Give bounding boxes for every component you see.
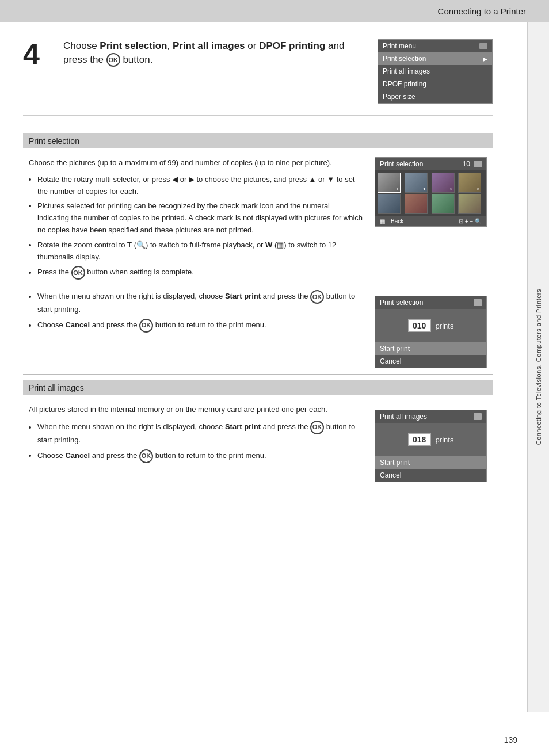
print-selection-lower: When the menu shown on the right is disp… — [23, 290, 493, 368]
ps-title: Print selection — [380, 160, 423, 168]
ps-header-right: 10 — [463, 160, 482, 168]
menu-item-paper: Paper size — [378, 90, 492, 103]
ps-footer: ▦ Back ⊡ + − 🔍 — [375, 216, 486, 226]
thumbnail-7 — [432, 194, 455, 214]
menu-icon — [479, 43, 487, 49]
pd-count-box: 010 — [408, 319, 431, 332]
thumb-num-2: 1 — [423, 186, 425, 192]
print-selection-lower-bullets: When the menu shown on the right is disp… — [37, 290, 363, 333]
step-text: Choose Print selection, Print all images… — [63, 39, 354, 67]
ok-button-icon: OK — [106, 53, 120, 67]
step-4-section: 4 Choose Print selection, Print all imag… — [23, 39, 493, 116]
pa-start-print-label: Start print — [380, 459, 410, 467]
pd-count-row: 010 prints — [375, 309, 486, 342]
page-number: 139 — [504, 735, 517, 744]
ps-back-icon: ▦ — [380, 218, 385, 224]
pd-title: Print selection — [380, 299, 423, 307]
step-text-prefix: Choose — [63, 40, 100, 51]
print-all-wrapper: Print all images All pictures stored in … — [23, 380, 493, 482]
menu-item-label: Print all images — [383, 67, 430, 75]
bullet-2: Pictures selected for printing can be re… — [37, 200, 363, 236]
print-selection-dialog: Print selection 010 prints Start print C… — [375, 296, 487, 368]
bullet-3: Rotate the zoom control to T (🔍) to swit… — [37, 239, 363, 264]
header-title: Connecting to a Printer — [438, 6, 526, 16]
step-bold2: Print all images — [173, 40, 245, 51]
pd-start-print[interactable]: Start print — [375, 342, 486, 355]
thumb-num-4: 3 — [477, 186, 479, 192]
print-selection-para1: Choose the pictures (up to a maximum of … — [29, 157, 363, 169]
page-header: Connecting to a Printer — [0, 0, 549, 22]
pd-cancel-label: Cancel — [380, 357, 401, 365]
step-bold3: DPOF printing — [259, 40, 325, 51]
print-selection-screenshot: Print selection 10 1 1 2 — [375, 157, 487, 227]
print-selection-bullets: Rotate the rotary multi selector, or pre… — [37, 174, 363, 280]
print-all-title: Print all images — [29, 383, 84, 392]
pd-start-print-label: Start print — [380, 345, 410, 353]
pa-cancel[interactable]: Cancel — [375, 469, 486, 482]
print-selection-wrapper: Print selection Choose the pictures (up … — [23, 133, 493, 368]
ok-icon-5: OK — [139, 449, 153, 463]
thumbnail-4: 3 — [458, 173, 481, 193]
print-selection-lower-text: When the menu shown on the right is disp… — [29, 290, 363, 368]
ok-icon-2: OK — [310, 290, 324, 304]
pd-cancel[interactable]: Cancel — [375, 355, 486, 368]
pd-count-label: prints — [436, 322, 454, 330]
step-text-end: button. — [123, 54, 152, 65]
sd-icon-3 — [474, 413, 482, 420]
print-all-bullet-1: When the menu shown on the right is disp… — [37, 421, 363, 446]
step-content: Choose Print selection, Print all images… — [63, 39, 354, 67]
pa-count-label: prints — [436, 436, 454, 444]
thumbnail-1: 1 — [378, 173, 401, 193]
ps-count: 10 — [463, 160, 470, 168]
pa-count-row: 018 prints — [375, 423, 486, 456]
thumbnail-6 — [405, 194, 428, 214]
thumb-num-1: 1 — [396, 186, 399, 192]
sidebar-text: Connecting to Televisions, Computers and… — [535, 289, 542, 445]
right-sidebar: Connecting to Televisions, Computers and… — [527, 22, 549, 712]
step-comma: , — [167, 40, 172, 51]
print-selection-text: Choose the pictures (up to a maximum of … — [29, 157, 363, 284]
print-all-bullet-2: Choose Cancel and press the OK button to… — [37, 449, 363, 463]
print-all-header: Print all images — [23, 380, 493, 395]
ok-icon-3: OK — [139, 319, 153, 333]
ps-header: Print selection 10 — [375, 158, 486, 170]
bullet-4: Press the OK button when setting is comp… — [37, 266, 363, 280]
ok-icon-4: OK — [310, 421, 324, 434]
ps-back-label: Back — [391, 218, 403, 224]
menu-item-label: Paper size — [383, 93, 415, 101]
sd-icon — [474, 161, 482, 167]
thumbnail-2: 1 — [405, 173, 428, 193]
print-menu-title: Print menu — [383, 42, 416, 50]
sd-icon-2 — [474, 299, 482, 306]
ok-icon: OK — [71, 266, 85, 280]
print-selection-body: Choose the pictures (up to a maximum of … — [23, 157, 493, 284]
pd-header: Print selection — [375, 296, 486, 309]
pa-count-box: 018 — [408, 433, 431, 446]
thumb-num-3: 2 — [450, 186, 452, 192]
pa-header: Print all images — [375, 410, 486, 423]
pa-start-print[interactable]: Start print — [375, 456, 486, 469]
menu-item-print-all: Print all images — [378, 65, 492, 78]
print-all-dialog: Print all images 018 prints Start print … — [375, 410, 487, 482]
menu-item-dpof: DPOF printing — [378, 78, 492, 90]
ps-thumbnail-grid: 1 1 2 3 — [375, 170, 486, 216]
bullet-1: Rotate the rotary multi selector, or pre… — [37, 174, 363, 198]
pa-cancel-label: Cancel — [380, 471, 401, 479]
menu-item-arrow: ▶ — [483, 56, 487, 62]
thumbnail-3: 2 — [432, 173, 455, 193]
print-selection-title: Print selection — [29, 136, 79, 146]
divider — [23, 374, 493, 375]
ps-footer-icons: ⊡ + − 🔍 — [459, 218, 482, 224]
print-all-bullets: When the menu shown on the right is disp… — [37, 421, 363, 463]
step-bold1: Print selection — [100, 40, 167, 51]
print-all-body: All pictures stored in the internal memo… — [23, 404, 493, 482]
main-content: 4 Choose Print selection, Print all imag… — [0, 22, 527, 505]
lower-bullet-1: When the menu shown on the right is disp… — [37, 290, 363, 316]
menu-item-label: DPOF printing — [383, 80, 426, 88]
print-selection-header: Print selection — [23, 133, 493, 148]
print-all-para1: All pictures stored in the internal memo… — [29, 404, 363, 416]
menu-item-label: Print selection — [383, 55, 426, 63]
thumbnail-8 — [458, 194, 481, 214]
thumbnail-5 — [378, 194, 401, 214]
print-menu-screenshot: Print menu Print selection ▶ Print all i… — [378, 39, 493, 104]
